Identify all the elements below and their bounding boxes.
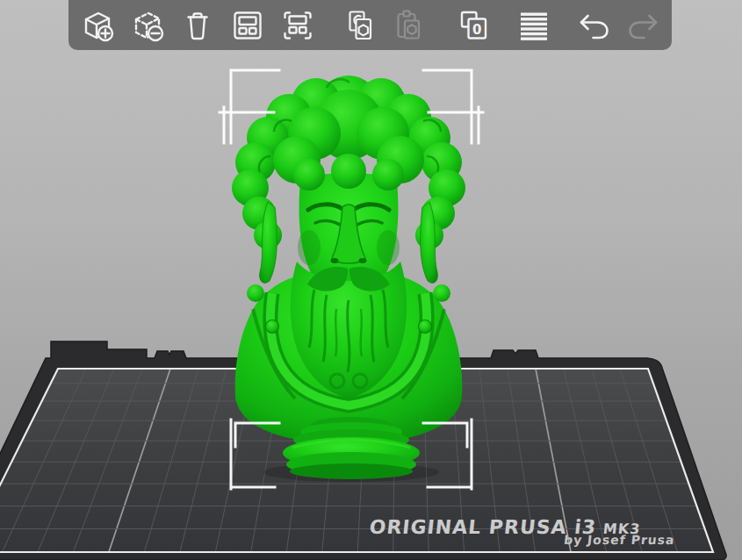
layers-button[interactable] [508, 0, 558, 50]
box-minus-icon [128, 6, 167, 45]
copy-icon [341, 6, 379, 45]
model-bust[interactable] [232, 75, 465, 482]
trash-icon [178, 6, 217, 45]
copy-button[interactable] [335, 0, 385, 50]
delete-object-button[interactable] [122, 0, 172, 50]
undo-icon [574, 6, 613, 45]
layers-icon [515, 6, 553, 45]
instances-icon: 0 [454, 6, 493, 45]
bed-byline-text: by Josef Prusa [563, 533, 675, 547]
paste-icon [391, 6, 429, 45]
scene-canvas[interactable]: ORIGINAL PRUSA i3MK3 by Josef Prusa [0, 0, 742, 560]
3d-viewport[interactable]: ORIGINAL PRUSA i3MK3 by Josef Prusa [0, 0, 742, 560]
instances-button[interactable]: 0 [448, 0, 498, 50]
redo-button[interactable] [618, 0, 668, 50]
top-toolbar: 0 [68, 0, 672, 50]
box-plus-icon [78, 6, 117, 45]
redo-icon [624, 6, 663, 45]
undo-button[interactable] [568, 0, 618, 50]
delete-all-button[interactable] [172, 0, 222, 50]
add-object-button[interactable] [72, 0, 122, 50]
arrange-icon [228, 6, 267, 45]
arrange-selection-button[interactable] [272, 0, 322, 50]
arrange-selection-icon [278, 6, 317, 45]
arrange-button[interactable] [222, 0, 272, 50]
paste-button[interactable] [385, 0, 435, 50]
instances-count-badge: 0 [472, 21, 481, 37]
